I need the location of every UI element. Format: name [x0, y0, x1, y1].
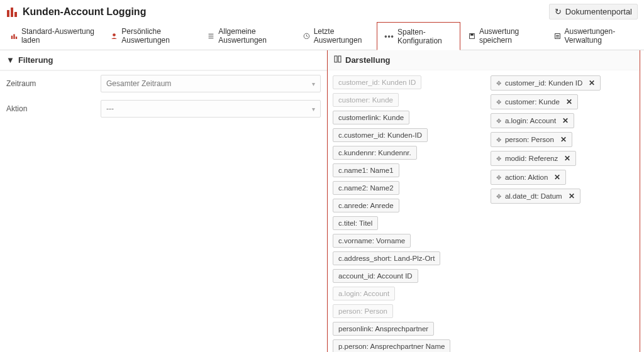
available-column-chip[interactable]: account_id: Account ID: [333, 269, 418, 283]
toolbar-spalten-konfig[interactable]: ••• Spalten-Konfiguration: [377, 22, 460, 50]
chip-label: person: Person: [338, 307, 387, 315]
filter-row-aktion: Aktion --- ▾: [0, 96, 327, 121]
zeitraum-select[interactable]: Gesamter Zeitraum ▾: [101, 75, 321, 92]
svg-rect-7: [209, 33, 214, 35]
toolbar-verwaltung[interactable]: Auswertungen-Verwaltung: [546, 22, 641, 50]
manage-icon: [554, 31, 561, 40]
chip-label: person: Person: [505, 136, 554, 143]
drag-handle-icon[interactable]: ✥: [496, 155, 501, 162]
chip-label: al.date_dt: Datum: [505, 192, 562, 200]
drag-handle-icon[interactable]: ✥: [496, 118, 501, 124]
available-column-chip[interactable]: c.titel: Titel: [333, 216, 378, 230]
user-icon: [111, 31, 118, 40]
refresh-icon: ↻: [555, 7, 562, 16]
svg-point-6: [113, 33, 116, 36]
select-value: ---: [106, 104, 114, 113]
available-column-chip: customer: Kunde: [333, 93, 399, 107]
available-column-chip[interactable]: c.customer_id: Kunden-ID: [333, 128, 428, 142]
svg-rect-12: [470, 33, 474, 35]
remove-icon[interactable]: ✕: [552, 173, 560, 182]
filter-panel: ▼ Filterung Zeitraum Gesamter Zeitraum ▾…: [0, 50, 327, 352]
drag-handle-icon[interactable]: ✥: [496, 136, 501, 143]
available-column-chip: person: Person: [333, 304, 393, 318]
available-column-chip: a.login: Account: [333, 287, 395, 300]
toolbar-allgemeine[interactable]: Allgemeine Auswertungen: [199, 22, 294, 50]
drag-handle-icon[interactable]: ✥: [496, 99, 501, 106]
dots-icon: •••: [385, 32, 394, 41]
remove-icon[interactable]: ✕: [564, 97, 572, 106]
darstellung-heading: Darstellung: [328, 50, 640, 70]
chip-label: action: Aktion: [505, 173, 548, 181]
darstellung-heading-label: Darstellung: [345, 55, 391, 65]
remove-icon[interactable]: ✕: [558, 135, 567, 144]
remove-icon[interactable]: ✕: [566, 192, 575, 201]
available-column-chip[interactable]: c.name1: Name1: [333, 163, 399, 177]
available-column-chip[interactable]: p.person: Ansprechpartner Name: [333, 339, 450, 352]
available-columns: customer_id: Kunden IDcustomer: Kundecus…: [333, 75, 478, 352]
save-icon: [469, 31, 475, 40]
list-icon: [208, 31, 214, 40]
aktion-select[interactable]: --- ▾: [101, 100, 321, 118]
selected-columns: ✥customer_id: Kunden ID✕✥customer: Kunde…: [491, 75, 635, 352]
svg-rect-9: [209, 37, 214, 38]
toolbar-label: Auswertungen-Verwaltung: [564, 27, 633, 45]
remove-icon[interactable]: ✕: [562, 154, 570, 163]
selected-column-chip[interactable]: ✥customer: Kunde✕: [491, 94, 578, 109]
available-column-chip[interactable]: c.kundennr: Kundennr.: [333, 146, 417, 160]
drag-handle-icon[interactable]: ✥: [496, 174, 501, 181]
svg-rect-13: [555, 33, 560, 38]
svg-rect-1: [11, 8, 13, 17]
doc-portal-button[interactable]: ↻ Dokumentenportal: [549, 4, 638, 19]
selected-column-chip[interactable]: ✥al.date_dt: Datum✕: [491, 189, 580, 204]
drag-handle-icon[interactable]: ✥: [496, 80, 501, 87]
main: ▼ Filterung Zeitraum Gesamter Zeitraum ▾…: [0, 50, 644, 352]
chip-label: customer_id: Kunden ID: [338, 79, 416, 86]
svg-rect-5: [16, 36, 17, 39]
toolbar-standard-auswertung[interactable]: Standard-Auswertung laden: [3, 22, 103, 50]
toolbar-label: Spalten-Konfiguration: [397, 28, 452, 45]
chip-label: account_id: Account ID: [338, 272, 413, 280]
chip-label: a.login: Account: [505, 117, 556, 124]
remove-icon[interactable]: ✕: [560, 116, 569, 125]
chevron-down-icon: ▾: [312, 80, 315, 87]
filter-icon: ▼: [6, 55, 14, 65]
filter-label: Zeitraum: [6, 79, 94, 88]
chip-label: modid: Referenz: [505, 155, 558, 162]
svg-rect-3: [11, 35, 13, 38]
selected-column-chip[interactable]: ✥modid: Referenz✕: [491, 151, 576, 166]
svg-rect-4: [13, 34, 14, 39]
chip-label: c.name2: Name2: [338, 184, 394, 192]
available-column-chip[interactable]: personlink: Ansprechpartner: [333, 322, 434, 336]
clock-icon: [303, 31, 310, 40]
toolbar-label: Standard-Auswertung laden: [21, 27, 94, 45]
toolbar-letzte[interactable]: Letzte Auswertungen: [295, 22, 377, 50]
available-column-chip[interactable]: c.anrede: Anrede: [333, 199, 399, 212]
chip-label: c.titel: Titel: [338, 219, 372, 227]
chip-label: c.customer_id: Kunden-ID: [338, 131, 422, 139]
chip-label: c.anrede: Anrede: [338, 202, 394, 209]
drag-handle-icon[interactable]: ✥: [496, 193, 501, 200]
chip-label: customer: Kunde: [505, 98, 560, 106]
selected-column-chip[interactable]: ✥customer_id: Kunden ID✕: [491, 75, 601, 91]
available-column-chip[interactable]: c.name2: Name2: [333, 181, 399, 195]
columns-icon: [334, 55, 341, 65]
toolbar-label: Auswertung speichern: [479, 27, 538, 45]
remove-icon[interactable]: ✕: [586, 79, 595, 87]
bar-chart-icon: [11, 31, 18, 40]
svg-rect-15: [556, 36, 559, 37]
selected-column-chip[interactable]: ✥action: Aktion✕: [491, 170, 566, 185]
available-column-chip[interactable]: c.address_short: Land-Plz-Ort: [333, 251, 440, 265]
available-column-chip[interactable]: customerlink: Kunde: [333, 111, 409, 124]
svg-rect-17: [338, 56, 341, 62]
selected-column-chip[interactable]: ✥person: Person✕: [491, 132, 572, 147]
toolbar-persoenliche[interactable]: Persönliche Auswertungen: [103, 22, 199, 50]
toolbar: Standard-Auswertung laden Persönliche Au…: [0, 22, 644, 50]
app-logo-icon: [6, 6, 18, 18]
toolbar-speichern[interactable]: Auswertung speichern: [460, 22, 546, 50]
chip-label: c.name1: Name1: [338, 167, 394, 174]
chip-label: c.kundennr: Kundennr.: [338, 149, 411, 157]
selected-column-chip[interactable]: ✥a.login: Account✕: [491, 113, 574, 128]
filter-heading: ▼ Filterung: [0, 50, 327, 71]
available-column-chip[interactable]: c.vorname: Vorname: [333, 234, 411, 248]
header: Kunden-Account Logging ↻ Dokumentenporta…: [0, 0, 644, 22]
